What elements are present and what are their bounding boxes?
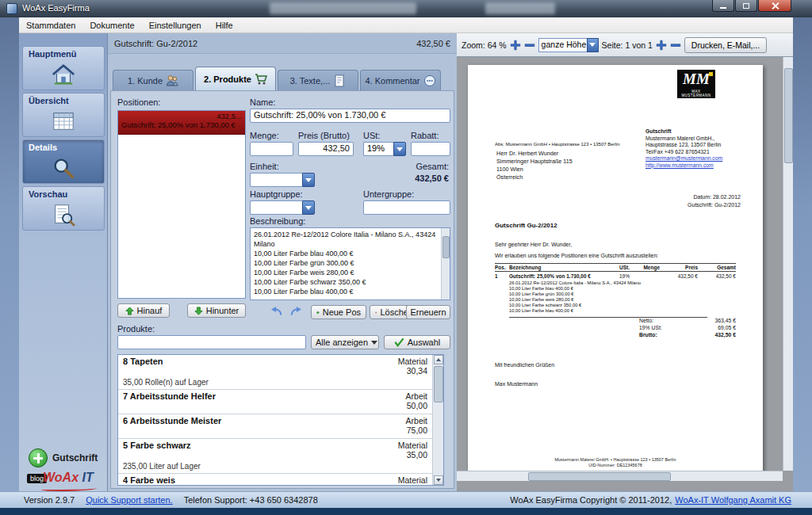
sidebar-item-details[interactable]: Details	[22, 139, 105, 184]
close-button[interactable]	[758, 0, 791, 12]
product-stock: 35,00 Rolle(n) auf Lager	[123, 378, 427, 387]
doc-position-description: 26.01.2012 Re-12/2012 Colore Italia - Mi…	[509, 279, 707, 318]
beschreibung-textarea[interactable]: 26.01.2012 Re-12/2012 Colore Italia - Mi…	[250, 227, 450, 300]
minimize-button[interactable]	[712, 0, 734, 12]
doc-recipient-line: Herr Dr. Herbert Wunder	[496, 150, 573, 158]
hinauf-button[interactable]: Hinauf	[117, 303, 170, 318]
zoom-in-icon[interactable]	[510, 40, 521, 51]
sidebar-item-hauptmenu[interactable]: Hauptmenü	[22, 46, 105, 90]
menge-input[interactable]	[250, 142, 293, 156]
product-price: 35,00	[123, 450, 427, 460]
phone-support-label: Telefon Support: +43 650 6342878	[184, 495, 318, 505]
positions-list[interactable]: 432,5... Gutschrift: 25,00% von 1.730,00…	[117, 110, 246, 299]
product-name: 6 Arbeitsstunde Meister	[123, 416, 221, 425]
hinunter-button[interactable]: Hinunter	[187, 303, 246, 318]
down-arrow-icon	[194, 307, 203, 315]
product-type: Material	[398, 441, 427, 450]
tab-kommentar[interactable]: 4. Kommentar	[360, 70, 441, 90]
neue-pos-button[interactable]: Neue Pos	[311, 305, 366, 319]
preview-toolbar: Zoom: 64 % ganze Höhe Seite: 1 von 1 Dru…	[457, 33, 793, 57]
scrollbar-thumb[interactable]	[434, 366, 443, 402]
menu-einstellungen[interactable]: Einstellungen	[142, 17, 209, 33]
check-icon	[394, 338, 404, 347]
customers-icon	[166, 74, 178, 87]
product-row[interactable]: 7 Arbeitsstunde HelferArbeit 50,00	[118, 390, 432, 414]
untergruppe-input[interactable]	[363, 200, 450, 215]
tab-label: 2. Produkte	[204, 74, 251, 84]
tab-texte[interactable]: 3. Texte,...	[278, 70, 358, 90]
scroll-up-arrow[interactable]	[434, 355, 443, 364]
preis-input[interactable]: 432,50	[298, 142, 354, 156]
erneuern-button[interactable]: Erneuern	[406, 305, 450, 319]
plus-icon	[316, 308, 320, 317]
doc-number-line: Gutschrift: Gu-2/2012	[688, 201, 741, 209]
ust-select[interactable]: 19%	[363, 142, 406, 156]
doc-totals: Netto:363,45 € 19% USt:69,05 € Brutto:43…	[639, 317, 736, 338]
product-list-scrollbar[interactable]	[432, 355, 443, 485]
sidebar-label: Vorschau	[23, 187, 104, 199]
product-row[interactable]: 6 Arbeitsstunde MeisterArbeit 75,00	[118, 414, 432, 439]
window-border-right	[793, 17, 812, 491]
dropdown-arrow-icon[interactable]	[302, 200, 315, 215]
titlebar[interactable]: WoAx EasyFirma	[0, 0, 812, 17]
print-email-button[interactable]: Drucken, E-Mail,...	[684, 37, 767, 53]
redo-button[interactable]	[287, 305, 304, 318]
background-window-blur	[270, 2, 416, 14]
menu-stammdaten[interactable]: Stammdaten	[19, 17, 82, 33]
page-label: Seite: 1 von 1	[602, 40, 653, 50]
name-label: Name:	[250, 97, 275, 107]
statusbar: Version 2.9.7 Quick Support starten. Tel…	[0, 491, 812, 508]
doc-table-row: 1 Gutschrift: 25,00% von 1.730,00 € 19% …	[495, 272, 736, 279]
beschreibung-scrollbar[interactable]	[441, 228, 450, 299]
hauptgruppe-select[interactable]	[250, 200, 315, 215]
alle-anzeigen-label: Alle anzeigen	[316, 338, 368, 347]
page-prev-icon[interactable]	[670, 40, 681, 51]
new-gutschrift-button[interactable]: Gutschrift	[29, 448, 98, 467]
dropdown-arrow-icon[interactable]	[302, 173, 315, 187]
position-row-selected[interactable]: 432,5... Gutschrift: 25,00% von 1.730,00…	[118, 111, 245, 135]
copyright-link[interactable]: WoAx-IT Wolfgang Axamit KG	[675, 495, 791, 505]
product-name: 5 Farbe schwarz	[123, 441, 191, 450]
zoom-out-icon[interactable]	[524, 40, 535, 51]
hauptgruppe-label: Hauptgruppe:	[250, 189, 303, 199]
scroll-down-arrow[interactable]	[434, 475, 443, 485]
rabatt-input[interactable]	[411, 142, 450, 156]
scrollbar-thumb[interactable]	[784, 68, 793, 163]
preview-horizontal-scrollbar[interactable]	[457, 471, 783, 481]
fit-mode-select[interactable]: ganze Höhe	[538, 38, 599, 52]
page-next-icon[interactable]	[656, 40, 667, 51]
product-row[interactable]: 4 Farbe weisMaterial 29,75 EK 14,00	[118, 474, 432, 486]
produkte-search-input[interactable]	[117, 335, 306, 349]
position-amount: 432,5...	[121, 112, 242, 120]
product-row[interactable]: 8 TapetenMaterial 30,34 35,00 Rolle(n) a…	[118, 355, 432, 390]
mm-logo-dot	[709, 72, 713, 76]
preview-vertical-scrollbar[interactable]	[783, 57, 793, 471]
auswahl-button[interactable]: Auswahl	[384, 335, 450, 349]
product-list[interactable]: 8 TapetenMaterial 30,34 35,00 Rolle(n) a…	[117, 354, 444, 486]
dropdown-arrow-icon[interactable]	[393, 142, 406, 156]
alle-anzeigen-button[interactable]: Alle anzeigen	[311, 335, 379, 349]
name-input[interactable]: Gutschrift: 25,00% von 1.730,00 €	[250, 109, 450, 123]
menu-dokumente[interactable]: Dokumente	[82, 17, 141, 33]
doc-email-link[interactable]: mustermann@mustermann.com	[645, 155, 722, 162]
dropdown-arrow-icon[interactable]	[587, 38, 599, 52]
doc-recipient-line: 1100 Wien	[496, 166, 573, 174]
menu-hilfe[interactable]: Hilfe	[209, 17, 240, 33]
document-page: MM MAX MUSTERMANN Gutschrift Mustermann …	[468, 65, 763, 473]
undo-button[interactable]	[268, 305, 285, 318]
sidebar-item-uebersicht[interactable]: Übersicht	[22, 93, 105, 137]
scrollbar-thumb[interactable]	[528, 472, 671, 481]
tab-produkte[interactable]: 2. Produkte	[195, 67, 276, 90]
tab-label: 1. Kunde	[128, 76, 163, 86]
product-row[interactable]: 5 Farbe schwarzMaterial 35,00 235,00 Lit…	[118, 439, 432, 474]
maximize-button[interactable]	[735, 0, 757, 12]
einheit-select[interactable]	[250, 173, 315, 187]
redo-icon	[289, 306, 303, 317]
sidebar-item-vorschau[interactable]: Vorschau	[22, 186, 105, 231]
background-window-blur	[485, 2, 555, 14]
doc-web-link[interactable]: http://www.mustermann.com	[645, 162, 722, 170]
preview-panel: Zoom: 64 % ganze Höhe Seite: 1 von 1 Dru…	[457, 33, 793, 491]
product-name: 7 Arbeitsstunde Helfer	[123, 391, 216, 401]
quick-support-link[interactable]: Quick Support starten.	[86, 495, 172, 505]
tab-kunde[interactable]: 1. Kunde	[113, 70, 193, 90]
